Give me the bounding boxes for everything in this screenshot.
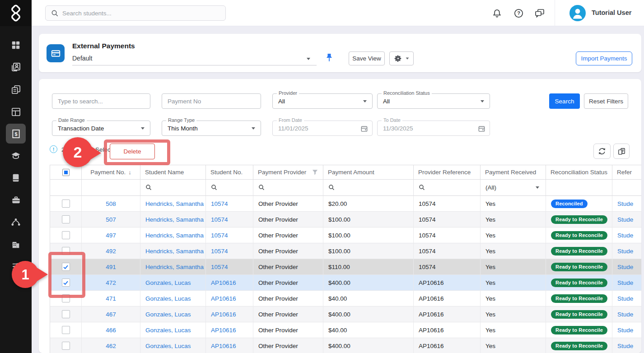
user-name[interactable]: Tutorial User [592,9,631,16]
table-row[interactable]: 462Gonzales, LucasAP10616Other Provider$… [50,338,641,353]
student-no-link[interactable]: AP10616 [211,279,236,286]
view-settings-button[interactable] [389,51,414,65]
column-header-reconciliation_status[interactable]: Reconciliation Status [546,165,612,180]
row-checkbox[interactable] [50,275,82,291]
table-row[interactable]: 471Gonzales, LucasAP10616Other Provider$… [50,291,641,307]
reference-link[interactable]: Stude [617,327,633,334]
provider-select[interactable]: Provider All [272,93,373,109]
row-checkbox[interactable] [50,307,82,322]
view-selector[interactable]: Default [72,52,317,65]
sidebar-item-courses[interactable] [10,150,21,161]
sidebar-item-settings[interactable] [10,261,21,272]
student-name-link[interactable]: Gonzales, Lucas [145,311,191,318]
sidebar-item-pages[interactable] [10,84,21,95]
row-checkbox[interactable] [50,228,82,243]
date-range-select[interactable]: Date Range Transaction Date [52,121,150,136]
student-no-link[interactable]: AP10616 [211,343,236,349]
app-logo[interactable] [0,0,32,26]
table-row[interactable]: 508Hendricks, Samantha10574Other Provide… [50,196,641,212]
student-name-link[interactable]: Hendricks, Samantha [145,216,204,223]
column-header-student_no[interactable]: Student No. [206,165,253,180]
student-no-link[interactable]: 10574 [211,216,228,223]
global-search-input[interactable] [62,10,216,17]
sidebar-item-contacts[interactable] [10,62,21,73]
reference-link[interactable]: Stude [617,343,633,349]
sidebar-item-organization[interactable] [10,239,21,250]
column-header-payment_provider[interactable]: Payment Provider [253,165,323,180]
reference-link[interactable]: Stude [617,279,633,286]
column-header-reference[interactable]: Refer [612,165,641,180]
import-payments-button[interactable]: Import Payments [576,51,632,65]
row-checkbox[interactable] [50,338,82,353]
student-name-link[interactable]: Gonzales, Lucas [145,295,191,302]
row-checkbox[interactable] [50,196,82,212]
student-no-link[interactable]: 10574 [211,200,228,207]
row-checkbox[interactable] [50,322,82,338]
payment-no-link[interactable]: 491 [106,264,116,270]
sidebar-item-network[interactable] [10,217,21,228]
reference-link[interactable]: Stude [617,311,633,318]
column-header-payment_amount[interactable]: Payment Amount [323,165,414,180]
payment-no-link[interactable]: 471 [106,295,116,302]
reset-filters-button[interactable]: Reset Filters [584,93,628,109]
student-no-link[interactable]: AP10616 [211,295,236,302]
feedback-button[interactable] [534,8,545,19]
table-row[interactable]: 507Hendricks, Samantha10574Other Provide… [50,212,641,228]
filter-cell-provider_reference[interactable] [414,180,481,196]
pin-view-button[interactable] [325,53,334,63]
student-name-link[interactable]: Gonzales, Lucas [145,327,191,334]
select-all-checkbox[interactable] [62,169,70,176]
payment-no-link[interactable]: 466 [106,327,116,334]
reference-link[interactable]: Stude [617,295,633,302]
column-header-payment_received[interactable]: Payment Received [481,165,546,180]
sidebar-item-work[interactable] [10,195,21,205]
column-header-provider_reference[interactable]: Provider Reference [414,165,481,180]
filter-cell-student_no[interactable] [206,180,253,196]
from-date-field[interactable]: From Date 11/01/2025 [272,121,373,136]
help-button[interactable]: ? [513,8,524,19]
payment-no-link[interactable]: 462 [106,343,116,349]
notifications-button[interactable] [491,8,502,19]
sidebar-item-payments[interactable]: $ [10,128,21,139]
user-avatar[interactable] [569,5,586,21]
payment-no-input[interactable] [162,93,261,109]
search-button[interactable]: Search [549,93,580,109]
student-no-link[interactable]: 10574 [211,232,228,239]
global-search[interactable] [45,5,226,21]
student-name-link[interactable]: Hendricks, Samantha [145,264,204,270]
student-name-link[interactable]: Hendricks, Samantha [145,200,204,207]
table-row[interactable]: 492Hendricks, Samantha10574Other Provide… [50,243,641,259]
refresh-button[interactable] [593,144,611,159]
student-no-link[interactable]: AP10616 [211,311,236,318]
filter-cell-student_name[interactable] [140,180,206,196]
student-name-link[interactable]: Gonzales, Lucas [145,343,191,349]
student-name-link[interactable]: Hendricks, Samantha [145,248,204,255]
table-row[interactable]: 467Gonzales, LucasAP10616Other Provider$… [50,307,641,322]
payment-no-link[interactable]: 492 [106,248,116,255]
student-no-link[interactable]: 10574 [211,264,228,270]
row-checkbox[interactable] [50,243,82,259]
column-header-payment_no[interactable]: Payment No.↓ [82,165,140,180]
table-row[interactable]: 472Gonzales, LucasAP10616Other Provider$… [50,275,641,291]
student-no-link[interactable]: AP10616 [211,327,236,334]
sidebar-item-library[interactable] [10,172,21,183]
table-search-input[interactable] [52,93,150,109]
filter-cell-payment_provider[interactable] [253,180,323,196]
save-view-button[interactable]: Save View [349,51,385,65]
export-button[interactable] [613,144,630,159]
filter-cell-payment_amount[interactable] [323,180,414,196]
filter-cell-payment_received[interactable]: (All) [481,180,546,196]
row-checkbox[interactable] [50,291,82,307]
reference-link[interactable]: Stude [617,200,633,207]
payment-no-link[interactable]: 472 [106,279,116,286]
reference-link[interactable]: Stude [617,216,633,223]
row-checkbox[interactable] [50,212,82,228]
column-header-student_name[interactable]: Student Name [140,165,206,180]
column-header-sel[interactable] [50,165,82,180]
reference-link[interactable]: Stude [617,232,633,239]
student-name-link[interactable]: Hendricks, Samantha [145,232,204,239]
sidebar-item-layout[interactable] [10,106,21,117]
table-row[interactable]: 497Hendricks, Samantha10574Other Provide… [50,228,641,243]
reconciliation-status-select[interactable]: Reconciliation Status All [377,93,490,109]
delete-button[interactable]: Delete [110,144,155,159]
